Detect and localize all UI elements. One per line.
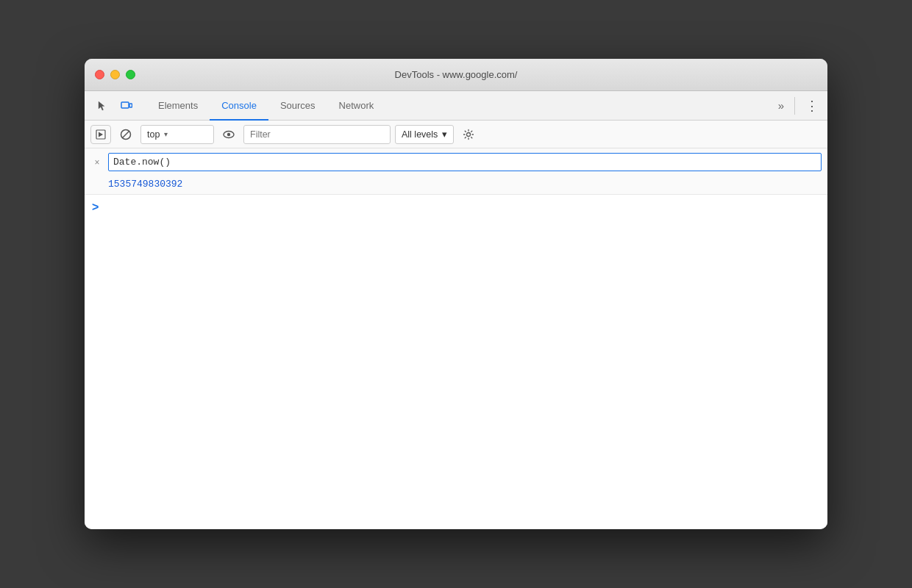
command-entry-area: × 1535749830392 bbox=[85, 148, 827, 195]
svg-marker-3 bbox=[99, 132, 103, 137]
console-prompt-area: > bbox=[85, 195, 827, 220]
window-title: DevTools - www.google.com/ bbox=[395, 69, 518, 80]
console-content: × 1535749830392 > bbox=[85, 148, 827, 529]
tab-bar: Elements Console Sources Network » ⋮ bbox=[85, 91, 827, 121]
svg-point-8 bbox=[467, 132, 471, 136]
tab-console[interactable]: Console bbox=[210, 91, 268, 121]
context-selector[interactable]: top ▾ bbox=[140, 125, 214, 144]
traffic-lights bbox=[95, 70, 135, 79]
close-button[interactable] bbox=[95, 70, 104, 79]
device-toolbar-icon-button[interactable] bbox=[115, 96, 138, 116]
log-levels-selector[interactable]: All levels ▾ bbox=[395, 125, 454, 144]
svg-rect-1 bbox=[129, 104, 132, 107]
svg-line-5 bbox=[123, 131, 129, 137]
tab-sources[interactable]: Sources bbox=[268, 91, 327, 121]
clear-console-button[interactable] bbox=[115, 125, 136, 144]
more-tabs-button[interactable]: » bbox=[774, 96, 788, 116]
tab-bar-divider bbox=[794, 97, 795, 115]
devtools-window: DevTools - www.google.com/ Elements bbox=[85, 59, 827, 529]
command-input-row: × bbox=[85, 148, 827, 176]
console-prompt-symbol[interactable]: > bbox=[92, 201, 99, 214]
live-expressions-button[interactable] bbox=[218, 125, 239, 144]
execute-script-button[interactable] bbox=[90, 125, 111, 144]
clear-entry-button[interactable]: × bbox=[90, 156, 104, 169]
console-filter-input[interactable] bbox=[243, 125, 391, 144]
minimize-button[interactable] bbox=[110, 70, 120, 79]
levels-selector-arrow: ▾ bbox=[442, 129, 447, 140]
console-result-row: 1535749830392 bbox=[85, 176, 827, 194]
devtools-menu-button[interactable]: ⋮ bbox=[801, 96, 822, 116]
console-settings-button[interactable] bbox=[458, 125, 479, 144]
tab-network[interactable]: Network bbox=[327, 91, 386, 121]
tab-bar-right: » ⋮ bbox=[774, 91, 822, 120]
svg-rect-0 bbox=[121, 102, 129, 108]
context-selector-arrow: ▾ bbox=[164, 130, 168, 138]
console-result-value: 1535749830392 bbox=[108, 179, 182, 190]
maximize-button[interactable] bbox=[126, 70, 135, 79]
console-command-input[interactable] bbox=[108, 153, 822, 171]
tab-elements[interactable]: Elements bbox=[146, 91, 210, 121]
svg-point-7 bbox=[227, 132, 230, 135]
tabs-container: Elements Console Sources Network bbox=[146, 91, 774, 120]
cursor-icon-button[interactable] bbox=[90, 96, 113, 116]
title-bar: DevTools - www.google.com/ bbox=[85, 59, 827, 91]
console-toolbar: top ▾ All levels ▾ bbox=[85, 121, 827, 148]
tab-bar-left-icons bbox=[90, 91, 138, 120]
